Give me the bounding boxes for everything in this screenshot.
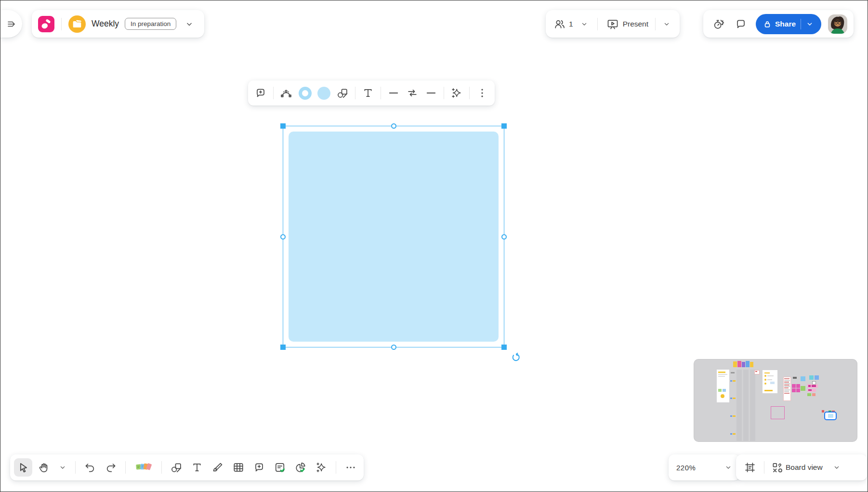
minimap-shape	[801, 386, 805, 391]
rotate-handle[interactable]	[511, 352, 521, 362]
resize-handle-nw[interactable]	[280, 123, 286, 129]
minimap-shape	[750, 370, 755, 441]
arrow-type-button[interactable]	[403, 84, 421, 102]
share-options-button[interactable]	[801, 20, 818, 28]
shapes-tool-button[interactable]	[167, 458, 185, 477]
minimap-shape	[730, 380, 732, 382]
minimap-shape	[784, 385, 789, 386]
document-menu-button[interactable]	[182, 15, 197, 33]
share-button[interactable]: Share	[756, 14, 821, 34]
minimap-shape	[733, 415, 736, 417]
resize-handle-sw[interactable]	[280, 345, 286, 350]
text-button[interactable]	[359, 84, 377, 102]
resize-handle-ne[interactable]	[501, 123, 507, 129]
line-style-icon	[425, 87, 437, 99]
comments-button[interactable]	[732, 15, 750, 33]
status-badge[interactable]: In preparation	[125, 18, 176, 30]
sidebar-expand-icon	[6, 18, 18, 30]
toolbar-divider	[125, 461, 126, 474]
resize-handle-se[interactable]	[501, 345, 507, 350]
hand-tool-button[interactable]	[35, 458, 53, 477]
undo-button[interactable]	[81, 458, 99, 477]
border-color-button[interactable]	[296, 84, 314, 102]
present-label: Present	[623, 20, 648, 28]
tool-options-button[interactable]	[55, 458, 70, 477]
resize-handle-s[interactable]	[391, 345, 396, 350]
edit-points-button[interactable]	[277, 84, 295, 102]
app-logo-icon[interactable]	[38, 16, 54, 32]
minimap-shape	[750, 362, 753, 367]
add-comment-button[interactable]	[251, 84, 270, 102]
minimap-shape	[742, 362, 745, 367]
minimap-shape	[815, 375, 819, 380]
user-avatar[interactable]	[828, 14, 847, 34]
project-folder-icon[interactable]	[68, 15, 86, 33]
minimap-shape	[809, 375, 814, 380]
present-options-button[interactable]	[659, 15, 674, 33]
fill-color-button[interactable]	[315, 84, 333, 102]
sparkle-icon	[315, 461, 328, 474]
border-weight-button[interactable]	[384, 84, 403, 102]
minimap-shape	[796, 384, 800, 388]
minimap[interactable]	[694, 359, 857, 442]
pie-chart-check-icon	[294, 461, 307, 474]
sticky-notes-button[interactable]	[131, 458, 156, 477]
minimap-shape	[771, 406, 785, 419]
chevron-down-icon	[580, 20, 588, 28]
minimap-shape	[733, 398, 736, 399]
minimap-shape	[784, 382, 789, 383]
document-title[interactable]: Weekly	[92, 19, 119, 29]
notes-tool-button[interactable]	[271, 458, 289, 477]
magic-button[interactable]	[447, 84, 466, 102]
board-view-button[interactable]: Board view	[769, 458, 828, 477]
sidebar-toggle-button[interactable]	[0, 10, 22, 38]
minimap-shape	[784, 383, 790, 384]
text-tool-button[interactable]	[188, 458, 206, 477]
minimap-shape	[730, 398, 732, 399]
minimap-shape	[812, 381, 816, 385]
sticky-notes-icon	[135, 461, 152, 474]
chevron-down-icon	[806, 20, 814, 28]
minimap-viewport[interactable]	[824, 412, 837, 420]
view-switcher: Board view	[736, 454, 867, 480]
tools-toolbar	[10, 454, 364, 480]
table-tool-button[interactable]	[229, 458, 248, 477]
resize-handle-e[interactable]	[501, 234, 507, 239]
chevron-down-icon	[724, 464, 732, 471]
magic-tool-button[interactable]	[312, 458, 330, 477]
add-comment-tool-button[interactable]	[250, 458, 268, 477]
minimap-shape	[764, 390, 773, 391]
minimap-shape	[733, 380, 736, 382]
view-menu-button[interactable]	[829, 458, 844, 477]
kebab-menu-icon	[476, 87, 488, 99]
more-tools-button[interactable]	[342, 458, 360, 477]
change-shape-button[interactable]	[333, 84, 352, 102]
charts-tool-button[interactable]	[291, 458, 310, 477]
present-button[interactable]: Present	[604, 15, 651, 33]
minimap-shape	[784, 393, 789, 394]
timer-button[interactable]	[710, 15, 728, 33]
comment-icon	[735, 18, 747, 30]
fill-color-swatch	[317, 87, 330, 100]
resize-handle-w[interactable]	[280, 234, 286, 239]
redo-button[interactable]	[102, 458, 120, 477]
resize-handle-n[interactable]	[391, 123, 396, 129]
collaborators-menu-button[interactable]	[577, 15, 592, 33]
comment-plus-icon	[254, 87, 267, 99]
minimap-shape	[718, 374, 727, 375]
line-style-button[interactable]	[422, 84, 440, 102]
draw-tool-button[interactable]	[209, 458, 227, 477]
select-tool-button[interactable]	[14, 458, 32, 477]
minimap-shape	[746, 361, 750, 367]
zoom-control[interactable]: 220%	[669, 454, 740, 480]
selected-square-shape[interactable]	[289, 132, 499, 342]
toolbar-divider	[381, 87, 381, 99]
minimap-shape	[718, 372, 725, 373]
minimap-shape	[793, 377, 797, 379]
minimap-shape	[812, 393, 815, 396]
lock-icon	[763, 20, 771, 28]
frames-button[interactable]	[741, 458, 759, 477]
more-options-button[interactable]	[473, 84, 491, 102]
minimap-shape	[792, 384, 796, 388]
collaborators-button[interactable]: 1	[552, 15, 576, 33]
